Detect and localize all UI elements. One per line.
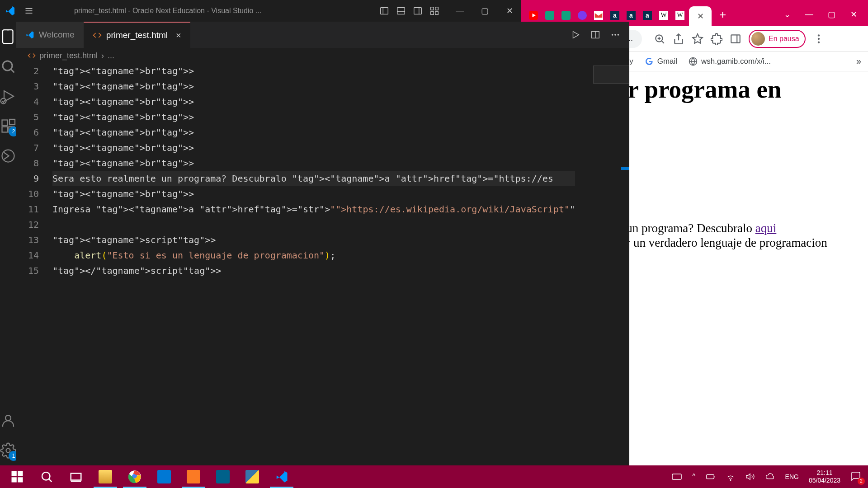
notifications-button[interactable]: 2	[850, 471, 861, 483]
svg-point-46	[817, 41, 819, 43]
sidepanel-icon[interactable]	[730, 33, 741, 45]
svg-rect-9	[431, 7, 434, 10]
ime-icon[interactable]	[671, 471, 682, 482]
wikipedia-icon: W	[675, 11, 684, 20]
browser-tab[interactable]: W	[656, 8, 671, 23]
bookmark-star-icon[interactable]	[692, 33, 703, 45]
windows-taskbar[interactable]: ^ ENG 21:11 05/04/2023 2	[0, 465, 868, 488]
panel-right-icon[interactable]	[413, 6, 423, 16]
minimize-button[interactable]: —	[804, 9, 815, 19]
vscode-window: primer_test.html - Oracle Next Education…	[0, 0, 521, 465]
volume-icon[interactable]	[745, 472, 755, 482]
close-tab-icon[interactable]: ×	[176, 30, 181, 41]
chrome-task[interactable]	[120, 465, 149, 488]
mail-icon	[157, 470, 171, 483]
tray-chevron-icon[interactable]: ^	[692, 473, 696, 481]
svg-rect-54	[11, 477, 16, 482]
share-icon[interactable]	[673, 33, 684, 45]
chrome-menu-icon[interactable]	[813, 33, 825, 45]
code-editor[interactable]: 23456789101112131415 "tag"><"tagname">br…	[16, 63, 629, 465]
code-content[interactable]: "tag"><"tagname">br"tag">>"tag"><"tagnam…	[52, 63, 629, 465]
run-icon[interactable]	[571, 30, 580, 40]
bookmark-label: wsh.gamib.com/x/i...	[701, 57, 771, 66]
extensions-puzzle-icon[interactable]	[711, 33, 722, 45]
browser-tab[interactable]: a	[608, 8, 622, 23]
run-debug-icon[interactable]	[0, 88, 16, 104]
start-button[interactable]	[2, 465, 32, 488]
breadcrumb[interactable]: primer_test.html › ...	[16, 48, 629, 63]
vscode-task[interactable]	[267, 465, 296, 488]
search-button[interactable]	[32, 465, 61, 488]
browser-tab[interactable]	[559, 8, 573, 23]
browser-tab[interactable]	[591, 8, 606, 23]
language-indicator[interactable]: ENG	[785, 473, 799, 480]
profile-button[interactable]: En pausa	[749, 30, 806, 48]
customize-layout-icon[interactable]	[429, 6, 439, 16]
explorer-icon[interactable]	[0, 28, 16, 45]
close-button[interactable]: ✕	[503, 6, 516, 16]
bookmark-item[interactable]: Gmail	[645, 57, 677, 66]
window-title: primer_test.html - Oracle Next Education…	[74, 7, 379, 15]
minimap[interactable]	[575, 63, 629, 465]
file-explorer-task[interactable]	[90, 465, 120, 488]
hamburger-menu-icon[interactable]	[24, 6, 33, 15]
python-task[interactable]	[237, 465, 267, 488]
maximize-button[interactable]: ▢	[826, 9, 837, 19]
tab-welcome[interactable]: Welcome	[16, 22, 84, 48]
new-tab-button[interactable]: +	[719, 8, 726, 22]
tab-search-icon[interactable]: ⌄	[782, 9, 793, 19]
chatgpt-icon	[545, 11, 554, 20]
tab-primer-test[interactable]: primer_test.html ×	[84, 22, 190, 48]
svg-point-56	[42, 472, 50, 480]
maximize-button[interactable]: ▢	[478, 6, 491, 16]
minimap-thumb[interactable]	[593, 66, 629, 84]
browser-tab[interactable]: W	[673, 8, 687, 23]
alura-icon: a	[627, 11, 636, 20]
more-actions-icon[interactable]	[610, 30, 620, 40]
settings-gear-icon[interactable]: 1	[0, 442, 16, 459]
svg-line-57	[49, 479, 52, 482]
browser-tab[interactable]: a	[640, 8, 655, 23]
browser-tab[interactable]	[542, 8, 557, 23]
clock[interactable]: 21:11 05/04/2023	[809, 469, 840, 484]
split-editor-icon[interactable]	[590, 30, 600, 40]
alura-icon: a	[610, 11, 619, 20]
battery-icon[interactable]	[706, 472, 716, 482]
svg-point-45	[817, 38, 819, 39]
youtube-icon	[529, 11, 538, 20]
panel-bottom-icon[interactable]	[396, 6, 406, 16]
google-icon	[645, 57, 654, 66]
search-icon[interactable]	[0, 58, 16, 75]
svg-marker-41	[693, 34, 703, 43]
zoom-icon[interactable]	[654, 33, 665, 45]
minimize-button[interactable]: —	[453, 6, 467, 16]
browser-tab[interactable]	[575, 8, 590, 23]
chatgpt-icon	[561, 11, 571, 20]
extensions-icon[interactable]: 2	[0, 118, 16, 134]
vscode-titlebar[interactable]: primer_test.html - Oracle Next Education…	[0, 0, 521, 22]
svg-point-22	[5, 415, 11, 421]
bookmarks-overflow-icon[interactable]: »	[856, 56, 861, 66]
link-aqui-1[interactable]: aqui	[755, 221, 777, 235]
wifi-icon[interactable]	[726, 472, 736, 482]
svg-rect-20	[9, 119, 15, 125]
task-view-button[interactable]	[61, 465, 90, 488]
browser-tab-active[interactable]: ✕	[689, 6, 712, 26]
date-text: 05/04/2023	[809, 477, 840, 484]
mail-task[interactable]	[149, 465, 179, 488]
close-button[interactable]: ✕	[848, 9, 859, 19]
vscode-logo-icon	[5, 5, 15, 16]
xampp-task[interactable]	[179, 465, 208, 488]
live-server-icon[interactable]	[0, 148, 16, 164]
onedrive-icon[interactable]	[765, 472, 775, 482]
svg-rect-58	[71, 474, 81, 480]
bookmark-item[interactable]: wsh.gamib.com/x/i...	[689, 57, 771, 66]
svg-rect-52	[11, 471, 16, 476]
accounts-icon[interactable]	[0, 413, 16, 429]
panel-left-icon[interactable]	[379, 6, 389, 16]
svg-line-37	[661, 41, 664, 43]
mysql-workbench-task[interactable]	[208, 465, 237, 488]
browser-tab[interactable]: a	[624, 8, 638, 23]
browser-tab[interactable]	[526, 8, 541, 23]
close-tab-icon[interactable]: ✕	[697, 11, 704, 21]
